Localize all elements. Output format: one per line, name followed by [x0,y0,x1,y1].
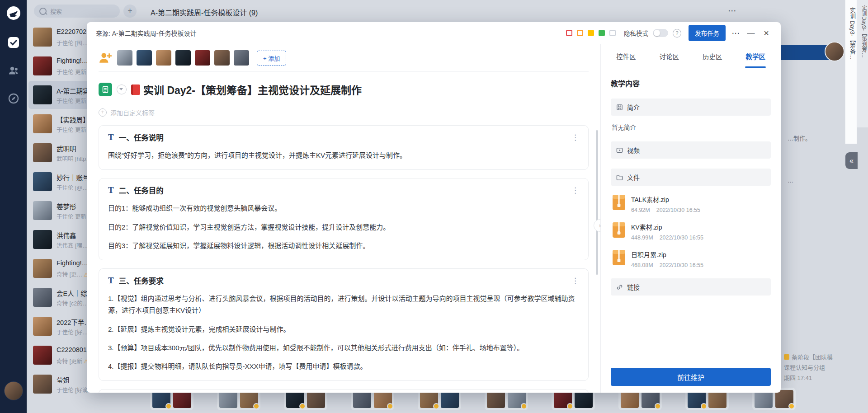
participant-avatar[interactable] [152,390,170,408]
assignee-avatar[interactable] [234,50,249,66]
file-info: 日积月累.zip 468.08M2022/10/30 16:55 [631,250,703,268]
tab-history[interactable]: 历史区 [691,44,734,68]
participant-avatar[interactable] [353,390,371,408]
assignee-avatar[interactable] [117,50,132,66]
modal-header-actions: 隐私模式 ? 发布任务 ⋯ — × [566,25,772,41]
search-input[interactable]: 搜索 [34,5,120,18]
chat-avatar [33,143,52,162]
add-member-button[interactable]: + 添加 [257,51,286,66]
collapse-drawer-button[interactable]: « [845,152,858,169]
assignee-avatar[interactable] [195,50,210,66]
priority-none-icon[interactable] [609,30,616,36]
file-item[interactable]: TALK素材.zip 64.92M2022/10/30 16:55 [613,195,769,213]
participant-avatar[interactable] [755,390,773,408]
minimize-icon[interactable]: — [745,28,756,38]
participant-avatar[interactable] [420,390,438,408]
assignee-avatar[interactable] [137,50,152,66]
chat-name: 姜梦彤 [57,202,76,211]
assignee-avatar[interactable] [175,50,191,66]
go-maintain-button[interactable]: 前往维护 [611,368,771,386]
zip-file-icon [613,222,625,238]
close-icon[interactable]: × [761,28,772,38]
contacts-people-icon [8,65,19,76]
modal-more-icon[interactable]: ⋯ [730,28,741,38]
file-section-bar[interactable]: 文件 [611,169,771,186]
task-title[interactable]: 实训 Day2-【策划筹备】主视觉设计及延展制作 [131,82,362,97]
pinned-task-tab[interactable]: 实训Day3-【策划筹… [857,0,868,127]
zip-file-icon [613,250,625,265]
tab-discussion[interactable]: 讨论区 [648,44,691,68]
add-tag-field[interactable]: + 添加自定义标签 [99,108,589,117]
participant-avatar[interactable] [508,390,526,408]
assignee-avatar[interactable] [214,50,230,66]
priority-orange-icon[interactable] [577,30,583,36]
collapse-panel-button[interactable]: › [594,219,601,232]
workbench-nav-icon[interactable] [7,92,20,105]
participant-avatar[interactable] [642,390,660,408]
app-logo[interactable] [5,5,22,21]
participant-avatar[interactable] [173,390,191,408]
participant-avatar[interactable] [554,390,572,408]
help-icon[interactable]: ? [673,29,681,38]
section-more-icon[interactable]: ⋮ [571,276,579,286]
more-options-icon[interactable]: ⋯ [728,5,737,16]
privacy-toggle[interactable] [653,29,668,37]
participant-avatar[interactable] [441,390,459,408]
task-section: T 三、任务要求 ⋮ 1.【视觉】组内通过思考与分析、进行头脑风暴会议，根据项目… [99,268,589,381]
chat-preview: 于佳伦 [好… [57,328,88,336]
section-more-icon[interactable]: ⋮ [571,186,579,195]
profile-avatar[interactable] [4,381,23,400]
notice-line: 课程认知与分组 [784,363,856,373]
intro-section-bar[interactable]: 简介 [611,99,771,116]
calendar-badge-icon [784,354,789,360]
chevron-down-icon[interactable] [117,84,127,94]
publish-task-button[interactable]: 发布任务 [689,25,726,41]
participant-avatar[interactable] [708,390,726,408]
participant-avatar[interactable] [286,390,304,408]
priority-red-icon[interactable] [566,30,572,36]
priority-green-icon[interactable] [599,30,605,36]
task-section: T 二、任务目的 ⋮ 目的1：能够成功组织一次有效的视觉创意头脑风暴会议。 目的… [99,178,589,260]
participant-avatar[interactable] [240,390,258,408]
new-chat-button[interactable]: + [123,5,137,18]
section-header: T 二、任务目的 ⋮ [108,185,579,196]
background-avatar[interactable] [825,42,844,61]
chat-avatar [33,85,52,104]
section-paragraph: 4.【提报】提交物料明细，请队队长向指导员-XXX申请，填写【费用申请】模板请款… [108,361,579,372]
task-type-icon[interactable] [99,83,112,96]
participant-avatar[interactable] [688,390,706,408]
link-icon [616,284,623,291]
link-section-bar[interactable]: 链接 [611,278,771,296]
task-document: + 添加 实训 Day2-【策划筹备】主视觉设计及延展制作 + 添加自定义标签 [87,44,601,393]
teaching-panel-body: 教学内容 简介 暂无简介 视频 文件 [601,68,781,393]
tab-controls[interactable]: 控件区 [604,44,648,68]
panel-tabs: 控件区 讨论区 历史区 教学区 [601,44,781,68]
section-more-icon[interactable]: ⋮ [571,133,579,142]
todo-nav-icon[interactable] [7,36,20,49]
participant-avatar[interactable] [219,390,237,408]
participant-avatar[interactable] [775,390,793,408]
file-name: TALK素材.zip [631,195,700,204]
app-logo-icon [6,5,21,21]
document-scrollbar[interactable] [596,130,598,275]
tab-teaching[interactable]: 教学区 [734,44,778,68]
participant-avatar[interactable] [575,390,593,408]
section-title: 三、任务要求 [119,275,164,286]
video-label: 视频 [627,145,640,155]
assignee-avatar[interactable] [156,50,171,66]
add-person-icon[interactable] [99,52,112,64]
participant-avatar[interactable] [487,390,505,408]
file-date: 2022/10/30 16:55 [660,262,703,268]
priority-yellow-icon[interactable] [588,30,594,36]
participant-avatar[interactable] [307,390,325,408]
video-section-bar[interactable]: 视频 [611,141,771,159]
participant-avatar[interactable] [374,390,392,408]
file-item[interactable]: 日积月累.zip 468.08M2022/10/30 16:55 [613,250,769,268]
participant-avatar[interactable] [621,390,639,408]
side-drawer-tab[interactable]: 实训 Day3-【筹备… [845,0,857,144]
chat-avatar [33,28,52,47]
contacts-nav-icon[interactable] [7,64,20,77]
pinned-task-tab-label: 实训Day3-【策划筹… [861,5,867,58]
section-paragraph: 围绕“好好学习，拒绝浪费”的方向，进行项目的主视觉设计，并提炼主KV元素进行延展… [108,150,579,161]
file-item[interactable]: KV素材.zip 448.99M2022/10/30 16:55 [613,222,769,241]
